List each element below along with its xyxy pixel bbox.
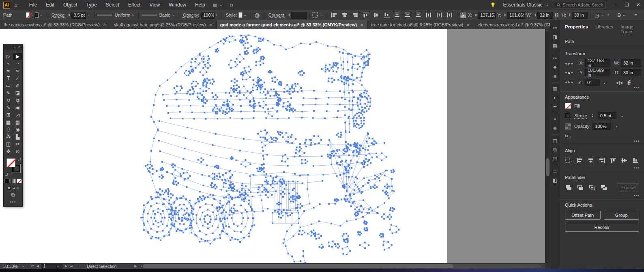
swatches-panel-icon[interactable]: ▤ [553,41,557,50]
menu-edit[interactable]: Edit [41,0,59,10]
isolate-icon[interactable]: ∷ [606,13,609,18]
transform-x-field[interactable]: 137.153 in [585,59,610,67]
mesh-tool[interactable]: ▦ [4,119,13,126]
gradient-mode-button[interactable] [11,179,16,183]
panel-grip[interactable]: •••• [4,50,22,53]
symbols-panel-icon[interactable]: ♣ [554,63,557,72]
layers-panel-icon[interactable]: ❖ [553,124,557,133]
vertical-scrollbar[interactable] [545,29,550,263]
perspective-grid-tool[interactable]: ◿ [13,111,22,119]
fill-swatch[interactable] [565,103,571,109]
canvas-area[interactable] [0,29,545,263]
h-stepper[interactable]: ▲▼ [569,13,571,17]
pen-tool[interactable]: ✒ [4,67,13,75]
panel-align-top-icon[interactable] [610,156,617,164]
brush-value[interactable]: Basic [159,13,170,17]
tab-close-icon[interactable]: ✕ [466,23,470,27]
fx-button[interactable]: fx. [565,133,639,138]
distribute-v-center-icon[interactable] [404,11,412,19]
transform-more-options[interactable]: ••• [634,85,640,90]
stroke-panel-icon[interactable]: ≡ [554,72,556,81]
hscroll-right-icon[interactable]: › [539,264,541,268]
align-top-icon[interactable] [362,11,370,19]
prev-artboard-icon[interactable]: ◀ [36,264,39,268]
menu-file[interactable]: File [25,0,41,10]
brushes-panel-icon[interactable]: ✑ [553,54,557,63]
selected-artwork-paths[interactable] [0,29,447,263]
zoom-tool[interactable]: ⊙ [13,148,22,155]
selection-tool[interactable]: ▷ [4,53,13,60]
column-graph-tool[interactable]: ▙ [13,133,22,140]
pathfinder-exclude-icon[interactable] [600,183,607,192]
arrange-documents-icon[interactable]: ⧉ [230,2,233,8]
control-menu-icon[interactable]: ≡ [635,13,637,17]
artboards-panel-icon[interactable]: ◫ [553,136,557,145]
align-panel-icon[interactable]: ≣ [553,167,557,176]
width-tool[interactable]: ∿ [4,104,13,111]
distribute-h-center-icon[interactable] [436,11,444,19]
opacity-label[interactable]: Opacity [574,124,589,129]
none-mode-button[interactable] [17,179,22,183]
panel-align-right-icon[interactable] [598,156,605,164]
transform-panel-icon[interactable]: ⬚ [553,154,557,163]
paintbrush-tool[interactable]: ✐ [13,82,22,89]
width-profile-value[interactable]: Uniform [115,13,131,17]
opacity-field[interactable]: 100% [201,12,215,19]
panel-tab-libraries[interactable]: Libraries [595,24,613,34]
transform-w-field[interactable]: 32 in [621,59,641,67]
draw-normal-icon[interactable]: ◙ [7,186,11,190]
panel-align-bottom-icon[interactable] [632,156,639,164]
curvature-tool[interactable]: ✑ [13,67,22,75]
color-mode-button[interactable] [4,179,10,183]
edit-toolbar-icon[interactable]: ••• [4,199,22,206]
draw-behind-icon[interactable]: ◘ [13,186,15,190]
offset-path-button[interactable]: Offset Path [565,211,601,220]
w-stepper[interactable]: ▲▼ [534,13,537,17]
panel-tab-properties[interactable]: Properties [565,24,588,34]
workspace-switcher[interactable]: Essentials Classic⌄ [503,2,550,8]
status-menu-icon[interactable]: ▶ [135,264,137,268]
align-right-icon[interactable] [351,11,359,19]
restore-button[interactable]: ❐ [621,2,633,8]
gradient-tool[interactable]: ▤ [13,119,22,126]
stroke-weight-field[interactable]: 0.5 pt [598,112,616,119]
lasso-tool[interactable]: ∽ [13,60,22,67]
symbol-sprayer-tool[interactable]: ⁂ [4,133,13,140]
menu-object[interactable]: Object [59,0,82,10]
shear-icon[interactable]: ◳ [595,13,599,18]
x-field[interactable]: 137.1534 in [478,12,496,19]
transform-y-field[interactable]: 101.669 in [585,69,610,76]
transform-h-field[interactable]: 30 in [621,69,641,76]
panel-dock-icon[interactable]: ⋻ ⌄ [617,13,626,18]
direct-selection-tool[interactable]: ▶ [13,53,22,60]
stroke-stepper[interactable]: ▲▼ [68,13,70,17]
recolor-artwork-icon[interactable]: ◍ [255,12,260,18]
expand-button[interactable]: Expand [617,183,639,192]
document-tab[interactable]: tree gate for chad.ai* @ 6.25% (RGB/Prev… [367,20,474,29]
appearance-more-options[interactable]: ••• [634,139,640,143]
pathfinder-unite-icon[interactable] [565,183,572,192]
align-bottom-icon[interactable] [383,11,391,19]
stroke-swatch[interactable] [35,12,39,18]
select-similar-icon[interactable] [312,11,319,19]
y-field[interactable]: 101.6695 in [507,12,525,19]
menu-select[interactable]: Select [101,0,124,10]
opacity-label[interactable]: Opacity: [183,13,199,17]
rotate-angle-field[interactable]: 0° [585,79,600,86]
align-left-icon[interactable] [330,11,338,19]
default-fill-stroke-icon[interactable]: ❏ [5,173,8,176]
fill-swatch[interactable] [26,12,30,18]
distribute-top-icon[interactable] [393,11,401,19]
swap-fill-stroke-icon[interactable]: ⇄ [18,158,21,162]
hand-tool[interactable]: ✥ [4,148,13,155]
first-artboard-icon[interactable]: ⏮ [31,264,34,268]
document-tab[interactable]: skull against hate.png* @ 25% (RGB/Previ… [110,20,217,29]
panel-align-h-center-icon[interactable] [587,156,595,164]
pathfinder-panel-icon[interactable]: ◧ [553,176,557,185]
scroll-up-icon[interactable]: ⌃ [546,30,550,34]
align-more-options[interactable]: ••• [634,166,640,170]
panel-tab-image-trace[interactable]: Image Trace [620,24,639,34]
tab-close-icon[interactable]: ✕ [360,23,363,27]
blend-tool[interactable]: ◉ [13,126,22,133]
draw-inside-icon[interactable]: ◙ [17,186,19,190]
